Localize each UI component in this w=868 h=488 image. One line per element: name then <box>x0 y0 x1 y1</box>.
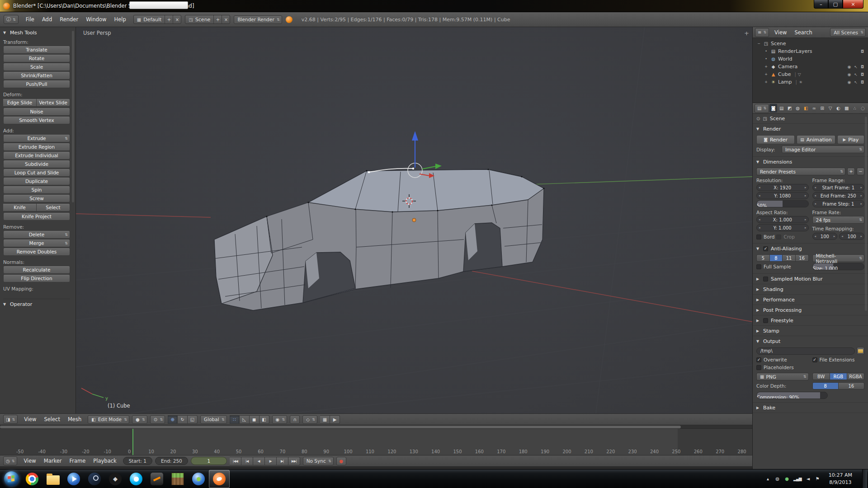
media-player-icon[interactable] <box>63 470 84 488</box>
steam-icon[interactable] <box>84 470 105 488</box>
expander-icon[interactable]: + <box>764 72 769 76</box>
resolution-x-field[interactable]: X: 1920 <box>756 184 809 191</box>
opengl-animation-icon[interactable]: ▶ <box>330 415 340 424</box>
tool-button[interactable]: Spin <box>3 186 70 194</box>
tool-button[interactable]: Vertex Slide <box>37 99 70 107</box>
tray-app-icon-1[interactable]: ◍ <box>774 476 780 481</box>
region-toggle-icon[interactable]: + <box>744 30 749 37</box>
end-frame-field[interactable]: End Frame: 250 <box>812 192 865 199</box>
tool-button[interactable]: Translate <box>3 46 70 54</box>
render-engine-selector[interactable]: Blender Render <box>234 15 282 24</box>
tool-button[interactable]: Extrude Individual <box>3 151 70 160</box>
outliner-row[interactable]: • ▤ RenderLayers <box>753 47 868 55</box>
timeline[interactable]: -50-40-30-20-100102030405060708090100110… <box>0 429 752 455</box>
file-format-selector[interactable]: ▦PNG <box>756 373 809 380</box>
render-presets-selector[interactable]: Render Presets <box>756 168 845 175</box>
timeline-scrollbar[interactable] <box>0 425 752 429</box>
expander-icon[interactable]: + <box>764 80 769 84</box>
volume-icon[interactable]: ◄ <box>805 476 811 481</box>
bake-panel-header[interactable]: Bake <box>753 403 868 413</box>
play-button[interactable]: ▶Play <box>837 135 864 144</box>
menubar-item[interactable]: Marker <box>40 456 66 465</box>
panel-checkbox[interactable] <box>763 277 768 282</box>
remove-preset-button[interactable]: − <box>857 168 864 175</box>
tool-button[interactable]: Subdivide <box>3 160 70 168</box>
renderability-icon[interactable] <box>861 65 864 69</box>
tool-menu-button[interactable]: Delete <box>3 230 70 239</box>
depth-16-button[interactable]: 16 <box>839 382 864 389</box>
record-button[interactable]: ● <box>336 457 346 465</box>
media-center-icon[interactable] <box>188 470 209 488</box>
remap-old-field[interactable]: 100 <box>812 233 838 240</box>
panel-checkbox[interactable] <box>763 318 768 323</box>
tool-button[interactable]: Remove Doubles <box>3 248 70 256</box>
vertex-select-icon[interactable]: ∷ <box>230 415 240 424</box>
viewport-shading-selector[interactable]: ● <box>132 415 147 424</box>
show-desktop-button[interactable] <box>862 469 867 488</box>
expander-icon[interactable]: + <box>764 65 769 69</box>
play-reverse-button[interactable]: ◀ <box>253 457 265 465</box>
menubar-item[interactable]: Playback <box>90 456 120 465</box>
file-browse-button[interactable] <box>857 347 864 355</box>
editor-type-button[interactable]: ⓘ⇅ <box>4 15 19 24</box>
tool-button[interactable]: Push/Pull <box>3 80 70 88</box>
visibility-icon[interactable] <box>847 65 851 69</box>
selectability-icon[interactable] <box>854 80 858 84</box>
outliner-row[interactable]: + ◆ Camera <box>753 63 868 70</box>
tool-button[interactable]: Select <box>37 203 70 211</box>
outliner-filter-selector[interactable]: All Scenes <box>830 28 866 37</box>
expander-icon[interactable]: • <box>764 49 769 53</box>
menubar-item[interactable]: Mesh <box>64 415 85 424</box>
face-select-icon[interactable]: ◼ <box>250 415 259 424</box>
panel-header[interactable]: Sampled Motion Blur <box>753 274 868 284</box>
display-mode-selector[interactable]: Image Editor <box>782 145 864 153</box>
outliner-row[interactable]: + ▲ Cube ▽ <box>753 70 868 78</box>
remap-new-field[interactable]: 100 <box>839 233 864 240</box>
menubar-item[interactable]: Render <box>56 15 82 24</box>
properties-scrollbar[interactable] <box>865 117 867 311</box>
viewport-canvas[interactable]: y <box>76 27 752 413</box>
extrude-menu-button[interactable]: Extrude <box>3 134 70 142</box>
proportional-edit-selector[interactable]: ◉ <box>272 415 288 424</box>
mode-selector[interactable]: ◧Edit Mode <box>88 415 129 424</box>
tool-button[interactable]: Shrink/Fatten <box>3 71 70 80</box>
screen-layout-selector[interactable]: ▦Default + × <box>133 15 182 24</box>
aa-samples-8-button[interactable]: 8 <box>770 254 783 262</box>
tool-button[interactable]: Flip Direction <box>3 274 70 282</box>
crop-checkbox[interactable]: Crop <box>776 234 795 239</box>
prev-keyframe-button[interactable]: |◀ <box>241 457 253 465</box>
end-frame-field[interactable]: End: 250 <box>155 457 188 465</box>
texture-tab[interactable]: ▩ <box>843 104 850 113</box>
scrollbar-thumb[interactable] <box>0 426 681 428</box>
render-button[interactable]: ◙Render <box>756 135 795 144</box>
play-button[interactable]: ▶ <box>265 457 277 465</box>
tool-button[interactable]: Knife <box>3 203 37 211</box>
expander-icon[interactable]: • <box>764 57 769 61</box>
knife-project-button[interactable]: Knife Project <box>3 212 70 221</box>
selectability-icon[interactable] <box>854 72 858 77</box>
add-preset-button[interactable]: + <box>847 168 855 175</box>
aspect-x-field[interactable]: X: 1.000 <box>756 216 809 223</box>
resolution-y-field[interactable]: Y: 1080 <box>756 192 809 199</box>
tool-button[interactable]: Recalculate <box>3 266 70 274</box>
renderability-icon[interactable] <box>861 80 864 84</box>
scale-manipulator-icon[interactable]: ◱ <box>188 415 198 424</box>
placeholders-checkbox[interactable]: Placeholders <box>756 365 794 370</box>
renderability-icon[interactable] <box>861 72 864 77</box>
tray-expand-icon[interactable]: ▴ <box>765 476 771 481</box>
delete-scene-button[interactable]: × <box>222 15 230 23</box>
transform-orientation-selector[interactable]: Global <box>200 415 227 424</box>
panel-header[interactable]: Shading <box>753 284 868 294</box>
tool-button[interactable]: Rotate <box>3 54 70 62</box>
tool-button[interactable]: Noise <box>3 108 70 116</box>
render-panel-header[interactable]: Render <box>753 124 868 134</box>
add-layout-button[interactable]: + <box>165 15 173 23</box>
menubar-item[interactable]: Select <box>40 415 63 424</box>
tool-button[interactable]: Screw <box>3 194 70 202</box>
action-center-icon[interactable]: ⚑ <box>815 476 821 481</box>
expander-icon[interactable]: − <box>756 42 761 46</box>
render-layers-tab[interactable]: ▤ <box>778 104 785 113</box>
tool-shelf-scrollbar[interactable] <box>72 31 74 202</box>
editor-type-button[interactable]: ≡⇅ <box>755 28 769 37</box>
tray-app-icon-2[interactable]: ● <box>784 476 790 481</box>
